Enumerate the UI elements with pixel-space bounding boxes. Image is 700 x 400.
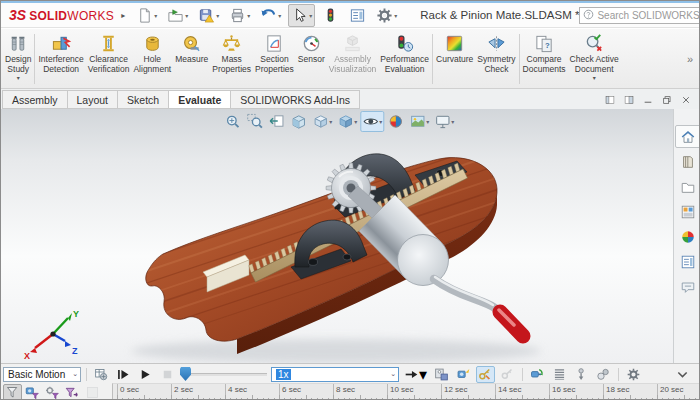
tab-layout[interactable]: Layout xyxy=(67,90,119,109)
filter-results-button[interactable] xyxy=(83,384,102,400)
filter-driving-button[interactable] xyxy=(43,384,62,400)
dropdown-caret-icon: ▾ xyxy=(354,118,357,125)
calculate-button[interactable] xyxy=(92,366,111,383)
doc-restore-button[interactable] xyxy=(662,95,672,105)
ruler-minor-tick xyxy=(522,395,523,400)
model-shadow xyxy=(131,339,541,363)
playback-mode-icon xyxy=(404,367,419,382)
hide-show-items-icon xyxy=(362,113,379,130)
print-button[interactable]: ▾ xyxy=(226,4,253,27)
animation-wizard-button[interactable] xyxy=(454,366,473,383)
search-scope-icon[interactable] xyxy=(583,6,594,24)
taskpane-forum-button[interactable] xyxy=(675,275,700,298)
ribbon-item-clearance-verification[interactable]: ClearanceVerification xyxy=(86,30,132,88)
ribbon-item-performance-evaluation[interactable]: PerformanceEvaluation xyxy=(378,30,431,88)
save-animation-icon xyxy=(434,367,449,382)
save-animation-button[interactable] xyxy=(432,366,451,383)
spring-button[interactable] xyxy=(550,366,569,383)
zoom-area-button[interactable] xyxy=(244,111,265,132)
doc-close-button[interactable] xyxy=(681,95,691,105)
apply-scene-button[interactable]: ▾ xyxy=(407,111,431,132)
filter-none-icon xyxy=(5,385,20,400)
doc-minimize-button[interactable] xyxy=(643,95,653,105)
view-orientation-button[interactable]: ▾ xyxy=(310,111,334,132)
ribbon-item-interference-detection[interactable]: InterferenceDetection xyxy=(36,30,85,88)
filter-animated-button[interactable] xyxy=(23,384,42,400)
ribbon-item-compare-documents[interactable]: ?CompareDocuments xyxy=(521,30,568,88)
taskpane-home-button[interactable] xyxy=(675,125,700,148)
save-button[interactable]: ▾ xyxy=(195,4,222,27)
search-input[interactable]: Search SOLIDWORKS Help ▾ xyxy=(579,7,700,24)
ruler-minor-tick xyxy=(252,395,253,400)
display-style-button[interactable]: ▾ xyxy=(335,111,359,132)
taskpane-file-explorer-button[interactable] xyxy=(675,175,700,198)
study-type-caret-icon: ⌄ xyxy=(72,370,78,378)
hide-show-items-button[interactable]: ▾ xyxy=(360,111,384,132)
taskpane-custom-properties-button[interactable] xyxy=(675,250,700,273)
new-document-button[interactable]: ▾ xyxy=(133,4,160,27)
collapse-motionmanager-button[interactable] xyxy=(673,366,692,383)
ribbon-item-section-properties[interactable]: SectionProperties xyxy=(253,30,296,88)
playback-mode-button[interactable]: ▾ xyxy=(402,364,429,385)
options-gear-button[interactable]: ▾ xyxy=(373,4,400,27)
study-type-select[interactable]: Basic Motion ⌄ xyxy=(3,367,81,382)
performance-monitor-button[interactable] xyxy=(319,4,342,27)
open-document-button[interactable]: ▾ xyxy=(164,4,191,27)
play-from-start-button[interactable] xyxy=(114,366,133,383)
pane-display-button[interactable] xyxy=(624,95,634,105)
filter-none-button[interactable] xyxy=(3,384,22,400)
ribbon-item-measure[interactable]: Measure xyxy=(173,30,210,88)
timeline-slider[interactable] xyxy=(180,366,268,382)
ribbon-item-design-study[interactable]: DesignStudy▾ xyxy=(3,30,33,88)
ribbon-item-assembly-visualization[interactable]: AssemblyVisualization xyxy=(327,30,379,88)
play-button[interactable] xyxy=(136,366,155,383)
tab-sketch[interactable]: Sketch xyxy=(117,90,169,109)
tab-evaluate[interactable]: Evaluate xyxy=(168,90,231,109)
gear-tooth xyxy=(349,163,354,169)
document-properties-icon xyxy=(349,7,366,24)
pane-preview-button[interactable] xyxy=(605,95,615,105)
ribbon-item-curvature[interactable]: Curvature xyxy=(434,30,475,88)
collapse-chevron-icon xyxy=(675,367,690,382)
previous-view-button[interactable] xyxy=(266,111,287,132)
taskpane-appearances-button[interactable] xyxy=(675,225,700,248)
ribbon-item-symmetry-check[interactable]: SymmetryCheck xyxy=(475,30,517,88)
motor-button[interactable] xyxy=(528,366,547,383)
slider-thumb[interactable] xyxy=(180,367,191,381)
playback-speed-select[interactable]: 1x ⌄ xyxy=(271,367,399,382)
dropdown-caret-icon: ▾ xyxy=(451,118,454,125)
tab-assembly[interactable]: Assembly xyxy=(2,90,68,109)
slider-track[interactable] xyxy=(181,373,267,376)
select-cursor-button[interactable]: ▾ xyxy=(288,4,315,27)
edit-appearance-button[interactable] xyxy=(385,111,406,132)
add-key-button[interactable] xyxy=(498,366,517,383)
section-view-button[interactable] xyxy=(288,111,309,132)
filter-selected-button[interactable] xyxy=(63,384,82,400)
gravity-button[interactable] xyxy=(572,366,591,383)
ruler-minor-tick xyxy=(549,395,550,400)
ribbon-item-sensor[interactable]: Sensor xyxy=(296,30,327,88)
menu-flyout-arrow-icon[interactable]: ▸ xyxy=(121,11,125,20)
timeline-ruler[interactable]: 0 sec2 sec4 sec6 sec8 sec10 sec12 sec14 … xyxy=(112,383,699,400)
undo-button[interactable]: ▾ xyxy=(257,4,284,27)
ribbon-overflow-button[interactable]: » xyxy=(683,53,697,65)
stop-button[interactable] xyxy=(158,366,177,383)
ruler-label: 8 sec xyxy=(336,385,355,394)
tab-solidworks-add-ins[interactable]: SOLIDWORKS Add-Ins xyxy=(230,90,360,109)
zoom-fit-button[interactable] xyxy=(222,111,243,132)
contact-button[interactable] xyxy=(594,366,613,383)
taskpane-design-library-button[interactable] xyxy=(675,150,700,173)
view-settings-button[interactable]: ▾ xyxy=(432,111,456,132)
motion-properties-button[interactable] xyxy=(624,366,643,383)
dropdown-caret-icon: ▾ xyxy=(419,365,427,384)
rack-and-pinion-model[interactable] xyxy=(1,109,673,363)
autokey-button[interactable] xyxy=(476,366,495,383)
graphics-viewport[interactable]: ▾▾▾▾▾ X Y Z xyxy=(1,109,673,363)
ribbon-item-check-active-document[interactable]: Check ActiveDocument▾ xyxy=(568,30,621,88)
ribbon-item-hole-alignment[interactable]: HoleAlignment xyxy=(131,30,173,88)
calculate-icon xyxy=(94,367,109,382)
stop-icon xyxy=(160,367,175,382)
document-properties-button[interactable] xyxy=(346,4,369,27)
taskpane-view-palette-button[interactable] xyxy=(675,200,700,223)
ribbon-item-mass-properties[interactable]: MassProperties xyxy=(210,30,253,88)
